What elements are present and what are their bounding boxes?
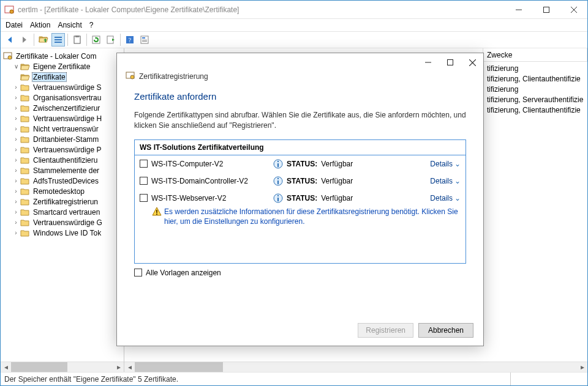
up-button[interactable] [37, 33, 50, 46]
help-button[interactable]: ? [123, 33, 137, 46]
expand-icon[interactable]: › [12, 177, 20, 184]
checkbox-icon [134, 269, 142, 277]
status-value: Verfügbar [321, 160, 353, 168]
tree-item[interactable]: ›Zertifikatregistrierun [3, 196, 124, 207]
details-label: Details [430, 160, 453, 168]
tree-item[interactable]: ›Nicht vertrauenswür [3, 124, 124, 134]
export-button[interactable] [104, 33, 118, 46]
expand-icon[interactable]: › [12, 125, 20, 132]
tree-item-selected[interactable]: Zertifikate [3, 72, 124, 82]
tree-item[interactable]: ›Windows Live ID Tok [3, 228, 124, 238]
scroll-left-button[interactable]: ◂ [1, 362, 11, 372]
template-row[interactable]: WS-ITS-Webserver-V2STATUS:VerfügbarDetai… [135, 190, 466, 207]
dialog-minimize-button[interactable] [417, 54, 439, 71]
svg-point-8 [10, 10, 13, 13]
expand-icon[interactable]: › [12, 198, 20, 205]
warning-icon [152, 207, 162, 217]
menu-view[interactable]: Ansicht [58, 21, 81, 29]
tree-item[interactable]: ∨ Eigene Zertifikate [3, 61, 124, 72]
svg-rect-12 [55, 42, 62, 43]
tree-item[interactable]: ›Vertrauenswürdige H [3, 113, 124, 124]
minimize-button[interactable] [505, 1, 532, 18]
expand-icon[interactable]: › [12, 219, 20, 226]
expand-icon[interactable]: › [12, 146, 20, 153]
column-purpose[interactable]: Zwecke [483, 48, 587, 61]
tree-item[interactable]: ›Stammelemente der [3, 165, 124, 176]
details-toggle[interactable]: Details⌄ [430, 177, 461, 185]
expand-icon[interactable]: › [12, 209, 20, 215]
show-all-templates-checkbox[interactable]: Alle Vorlagen anzeigen [134, 264, 466, 282]
template-group-body: WS-ITS-Computer-V2STATUS:VerfügbarDetail… [134, 155, 466, 264]
cancel-button[interactable]: Abbrechen [418, 323, 473, 338]
expand-icon[interactable]: › [12, 136, 20, 143]
expand-icon[interactable]: › [12, 167, 20, 174]
statusbar: Der Speicher enthält "Eigene Zertifikate… [1, 372, 587, 385]
expand-icon[interactable]: › [12, 188, 20, 195]
refresh-button[interactable] [89, 33, 103, 46]
tree-item[interactable]: ›Organisationsvertrau [3, 92, 124, 103]
expand-icon[interactable]: › [12, 84, 20, 91]
nav-forward-button[interactable] [18, 33, 31, 46]
expand-icon[interactable]: › [12, 105, 20, 111]
details-toggle[interactable]: Details⌄ [430, 160, 461, 168]
window-title: certlm - [Zertifikate - Lokaler Computer… [18, 6, 505, 14]
register-button[interactable]: Registrieren [358, 323, 413, 338]
svg-rect-14 [75, 35, 79, 37]
scroll-left-button[interactable]: ◂ [124, 362, 135, 372]
scrollbar-horizontal[interactable] [11, 362, 113, 372]
close-button[interactable] [560, 1, 587, 18]
dialog-maximize-button[interactable] [439, 54, 461, 71]
scroll-right-button[interactable]: ▸ [113, 362, 124, 372]
template-group-header[interactable]: WS IT-Solutions Zertifikatverteilung [134, 139, 466, 155]
dialog-description: Folgende Zertifikattypen sind abrufbar. … [134, 110, 466, 131]
expand-icon[interactable]: › [12, 229, 20, 236]
dialog-close-button[interactable] [461, 54, 483, 71]
checkbox-icon[interactable] [140, 194, 148, 202]
svg-text:?: ? [129, 37, 132, 43]
status-label: STATUS: [287, 177, 317, 185]
expand-icon[interactable]: › [12, 94, 20, 101]
maximize-button[interactable] [532, 1, 560, 18]
tree-item[interactable]: ›Smartcard vertrauen [3, 207, 124, 217]
clipboard-button[interactable] [70, 33, 84, 46]
expand-icon[interactable]: › [12, 157, 20, 163]
toolbar: ? [1, 31, 587, 48]
template-row[interactable]: WS-ITS-DomainController-V2STATUS:Verfügb… [135, 173, 466, 190]
svg-rect-21 [142, 40, 147, 40]
tree-item[interactable]: ›Zwischenzertifizierur [3, 103, 124, 113]
checkbox-icon[interactable] [140, 177, 148, 185]
template-row[interactable]: WS-ITS-Computer-V2STATUS:VerfügbarDetail… [135, 155, 466, 173]
checkbox-icon[interactable] [140, 160, 148, 168]
svg-rect-10 [55, 37, 62, 38]
titlebar: certlm - [Zertifikate - Lokaler Computer… [1, 1, 587, 19]
collapse-icon[interactable]: ∨ [12, 63, 20, 70]
svg-rect-22 [142, 41, 147, 42]
tree-pane[interactable]: Zertifikate - Lokaler Com ∨ Eigene Zerti… [1, 48, 124, 372]
scroll-right-button[interactable]: ▸ [577, 362, 587, 372]
status-value: Verfügbar [321, 194, 353, 202]
tree-item[interactable]: ›Vertrauenswürdige G [3, 217, 124, 228]
dialog-title: Zertifikate anfordern [134, 91, 466, 102]
view-list-button[interactable] [51, 33, 65, 46]
nav-back-button[interactable] [3, 33, 17, 46]
menu-action[interactable]: Aktion [30, 21, 50, 29]
tree-item[interactable]: ›Clientauthentifizieru [3, 155, 124, 165]
expand-icon[interactable]: › [12, 115, 20, 122]
tree-item[interactable]: ›Remotedesktop [3, 186, 124, 196]
cert-enroll-dialog: Zertifikatregistrierung Zertifikate anfo… [116, 53, 484, 346]
tree-item[interactable]: ›Drittanbieter-Stamm [3, 134, 124, 144]
menu-file[interactable]: Datei [6, 21, 23, 29]
properties-button[interactable] [138, 33, 151, 46]
tree-item[interactable]: ›AdfsTrustedDevices [3, 176, 124, 186]
tree-item[interactable]: ›Vertrauenswürdige P [3, 144, 124, 155]
info-icon [273, 193, 283, 203]
template-name: WS-ITS-Webserver-V2 [151, 194, 226, 202]
details-toggle[interactable]: Details⌄ [430, 194, 461, 202]
scrollbar-horizontal[interactable] [135, 362, 577, 372]
menu-help[interactable]: ? [89, 21, 94, 29]
tree-item[interactable]: ›Vertrauenswürdige S [3, 82, 124, 92]
svg-rect-11 [55, 39, 62, 40]
status-label: STATUS: [287, 194, 317, 202]
tree-root[interactable]: Zertifikate - Lokaler Com [3, 51, 124, 61]
more-info-link[interactable]: Es werden zusätzliche Informationen für … [135, 207, 466, 232]
